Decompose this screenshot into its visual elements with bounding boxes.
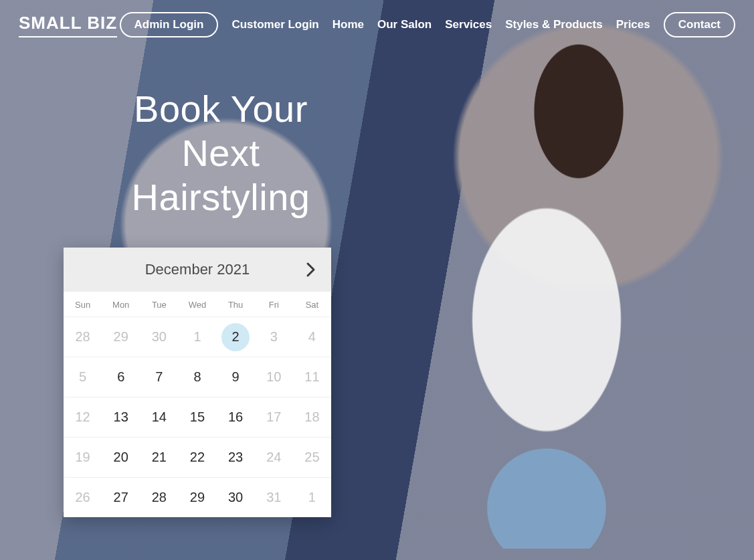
calendar-day: 11 (293, 357, 331, 397)
calendar-month-title: December 2021 (145, 261, 250, 278)
calendar-day: 30 (140, 316, 178, 357)
dow-mon: Mon (102, 292, 140, 316)
dow-thu: Thu (217, 292, 255, 316)
calendar-day[interactable]: 15 (178, 397, 216, 437)
top-nav: SMALL BIZ Admin Login Customer Login Hom… (0, 0, 754, 37)
calendar-day: 1 (178, 316, 216, 357)
calendar-day-number: 5 (79, 369, 86, 385)
calendar-day-number: 22 (190, 450, 205, 465)
calendar-day[interactable]: 29 (178, 477, 216, 517)
calendar-day-number: 28 (75, 329, 90, 345)
dow-wed: Wed (178, 292, 216, 316)
calendar-day: 10 (255, 357, 293, 397)
calendar-day-number: 31 (266, 490, 281, 505)
calendar-day[interactable]: 8 (178, 357, 216, 397)
calendar-day-number: 13 (114, 409, 128, 425)
calendar-day-number: 29 (190, 490, 205, 505)
calendar-day-number: 9 (232, 369, 240, 385)
calendar-grid: 2829301234567891011121314151617181920212… (64, 316, 331, 517)
calendar-day[interactable]: 30 (217, 477, 255, 517)
calendar-day-number: 20 (114, 450, 128, 465)
dow-sat: Sat (293, 292, 331, 316)
nav-our-salon-link[interactable]: Our Salon (377, 18, 432, 31)
calendar-day: 5 (64, 357, 102, 397)
calendar-day[interactable]: 20 (102, 437, 140, 477)
calendar-day[interactable]: 2 (217, 316, 255, 357)
calendar-day[interactable]: 22 (178, 437, 216, 477)
calendar-day: 24 (255, 437, 293, 477)
calendar-day[interactable]: 7 (140, 357, 178, 397)
calendar-day: 29 (102, 316, 140, 357)
calendar-day-number: 3 (270, 329, 278, 345)
dow-sun: Sun (64, 292, 102, 316)
calendar-day-number: 2 (221, 323, 250, 351)
booking-calendar: December 2021 Sun Mon Tue Wed Thu Fri Sa… (64, 248, 331, 517)
calendar-day: 17 (255, 397, 293, 437)
calendar-day[interactable]: 14 (140, 397, 178, 437)
admin-login-button[interactable]: Admin Login (120, 12, 219, 37)
calendar-day-number: 27 (114, 490, 128, 505)
calendar-day[interactable]: 6 (102, 357, 140, 397)
calendar-day-number: 1 (308, 490, 316, 505)
nav-items: Admin Login Customer Login Home Our Salo… (120, 12, 735, 37)
calendar-day[interactable]: 9 (217, 357, 255, 397)
hero-section: SMALL BIZ Admin Login Customer Login Hom… (0, 0, 754, 560)
calendar-day-number: 21 (152, 450, 167, 465)
calendar-day-number: 17 (266, 409, 281, 425)
calendar-day: 3 (255, 316, 293, 357)
hero-headline: Book Your Next Hairstyling (40, 87, 401, 219)
chevron-right-icon (306, 262, 316, 278)
calendar-day[interactable]: 16 (217, 397, 255, 437)
calendar-day[interactable]: 21 (140, 437, 178, 477)
customer-login-link[interactable]: Customer Login (231, 18, 318, 31)
dow-fri: Fri (255, 292, 293, 316)
dow-tue: Tue (140, 292, 178, 316)
calendar-header: December 2021 (64, 248, 331, 292)
calendar-day-number: 8 (193, 369, 201, 385)
calendar-day: 4 (293, 316, 331, 357)
calendar-day-number: 16 (228, 409, 243, 425)
calendar-day-number: 14 (152, 409, 167, 425)
calendar-day: 31 (255, 477, 293, 517)
calendar-day-number: 30 (228, 490, 243, 505)
calendar-day[interactable]: 13 (102, 397, 140, 437)
calendar-next-button[interactable] (306, 262, 316, 278)
calendar-day: 18 (293, 397, 331, 437)
calendar-day-number: 24 (266, 450, 281, 465)
calendar-day-number: 4 (308, 329, 316, 345)
calendar-day-number: 30 (152, 329, 167, 345)
calendar-day-number: 12 (75, 409, 90, 425)
calendar-day-number: 23 (228, 450, 243, 465)
nav-prices-link[interactable]: Prices (616, 18, 650, 31)
nav-styles-products-link[interactable]: Styles & Products (505, 18, 603, 31)
calendar-day: 26 (64, 477, 102, 517)
calendar-day: 25 (293, 437, 331, 477)
calendar-day-number: 28 (152, 490, 167, 505)
calendar-day-number: 29 (114, 329, 128, 345)
calendar-dow-row: Sun Mon Tue Wed Thu Fri Sat (64, 292, 331, 316)
headline-line-2: Next (40, 131, 401, 175)
calendar-day-number: 19 (75, 450, 90, 465)
headline-line-3: Hairstyling (40, 175, 401, 219)
calendar-day-number: 6 (117, 369, 124, 385)
calendar-day[interactable]: 23 (217, 437, 255, 477)
contact-button[interactable]: Contact (664, 12, 735, 37)
calendar-day-number: 1 (193, 329, 201, 345)
logo[interactable]: SMALL BIZ (19, 13, 117, 37)
calendar-day-number: 18 (304, 409, 319, 425)
calendar-day[interactable]: 27 (102, 477, 140, 517)
nav-home-link[interactable]: Home (333, 18, 364, 31)
headline-line-1: Book Your (40, 87, 401, 131)
calendar-day: 19 (64, 437, 102, 477)
calendar-day: 1 (293, 477, 331, 517)
calendar-day: 12 (64, 397, 102, 437)
nav-services-link[interactable]: Services (445, 18, 492, 31)
calendar-day: 28 (64, 316, 102, 357)
calendar-day-number: 25 (304, 450, 319, 465)
calendar-day-number: 26 (75, 490, 90, 505)
calendar-day[interactable]: 28 (140, 477, 178, 517)
calendar-day-number: 10 (266, 369, 281, 385)
calendar-day-number: 7 (155, 369, 163, 385)
calendar-day-number: 11 (304, 369, 319, 385)
calendar-day-number: 15 (190, 409, 205, 425)
